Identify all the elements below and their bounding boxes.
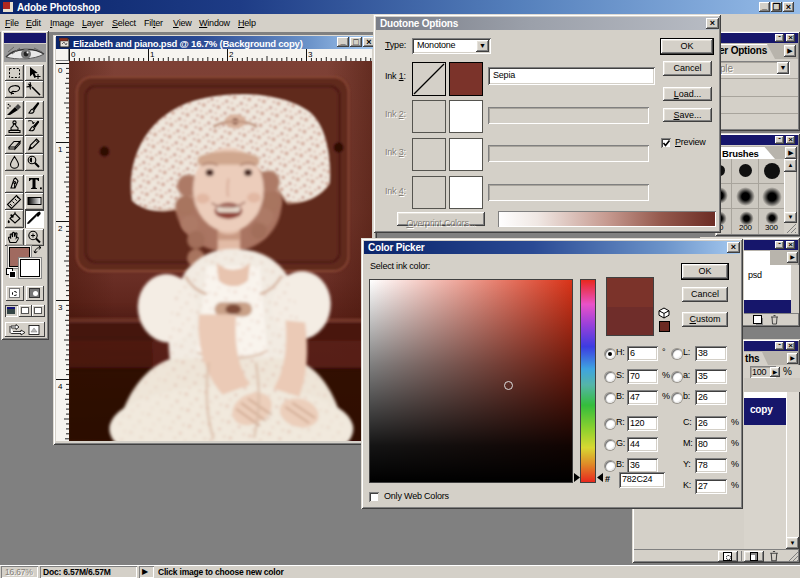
svg-text:0: 0 <box>58 66 63 75</box>
svg-text:1: 1 <box>58 145 63 154</box>
svg-text:1: 1 <box>150 50 155 59</box>
svg-text:3: 3 <box>308 50 313 59</box>
svg-text:4: 4 <box>58 382 63 391</box>
svg-text:3: 3 <box>58 303 63 312</box>
svg-text:2: 2 <box>58 224 63 233</box>
svg-text:2: 2 <box>229 50 234 59</box>
svg-text:0: 0 <box>71 50 76 59</box>
